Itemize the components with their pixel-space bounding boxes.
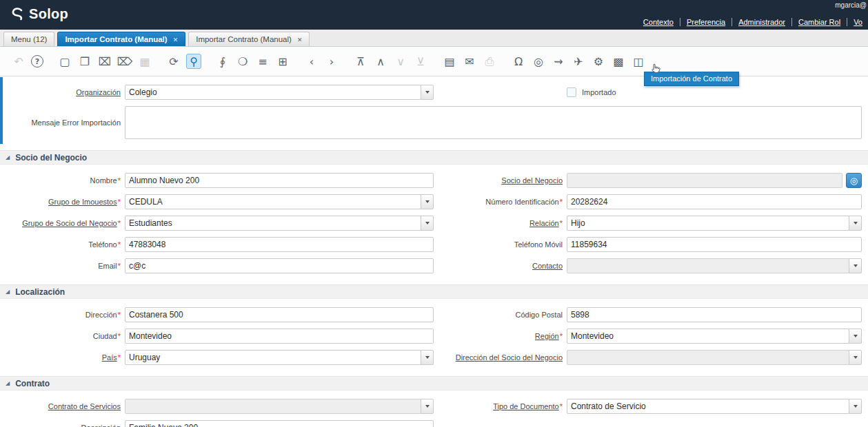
refresh-icon[interactable]: ⟳ <box>166 54 181 69</box>
importado-checkbox[interactable] <box>567 87 576 97</box>
pais-input[interactable] <box>125 350 421 365</box>
contacto-label[interactable]: Contacto <box>532 262 563 270</box>
ciudad-input[interactable] <box>125 329 434 344</box>
help-icon[interactable]: ? <box>31 55 43 67</box>
window-customization-icon[interactable]: ⚙ <box>591 54 606 69</box>
new-record-icon[interactable]: ▢ <box>57 54 72 69</box>
tipo-documento-input[interactable] <box>567 399 849 414</box>
numero-identificacion-input[interactable] <box>567 194 862 209</box>
relacion-label[interactable]: Relación* <box>529 219 563 227</box>
header-link[interactable]: Administrador <box>732 18 792 26</box>
report-icon[interactable]: ▤ <box>442 54 457 69</box>
grupo-impuestos-label[interactable]: Grupo de Imouestos* <box>48 198 121 206</box>
email-input[interactable] <box>125 258 434 273</box>
socio-advanced-button[interactable] <box>846 173 862 188</box>
direccion-socio-input[interactable] <box>567 350 849 365</box>
dropdown-button[interactable] <box>849 329 862 344</box>
private-lock-icon[interactable]: Ω <box>511 54 526 69</box>
direccion-input[interactable] <box>125 307 434 322</box>
dropdown-button[interactable] <box>421 350 434 365</box>
contacto-field <box>567 258 862 273</box>
chat-icon[interactable]: ❍ <box>235 54 250 69</box>
section-contrato[interactable]: Contrato <box>0 376 868 390</box>
detail-record-icon[interactable]: › <box>324 54 339 69</box>
delete-record-icon[interactable]: ⌧ <box>97 54 112 69</box>
dropdown-button[interactable] <box>849 350 862 365</box>
grupo-impuestos-input[interactable] <box>125 194 421 209</box>
zoom-across-icon[interactable]: ◎ <box>531 54 546 69</box>
row-gruposocio-relacion: Grupo de Socio del Negocio* Relación* <box>0 216 868 231</box>
parent-record-icon[interactable]: ‹ <box>304 54 319 69</box>
dropdown-button[interactable] <box>421 85 434 100</box>
header-link[interactable]: Cambiar Rol <box>792 18 847 26</box>
mouse-cursor-icon <box>650 63 661 76</box>
collapse-triangle-icon[interactable] <box>6 289 10 295</box>
delete-selection-icon[interactable]: ⌦ <box>117 54 132 69</box>
codigo-postal-input[interactable] <box>567 307 862 322</box>
organizacion-label[interactable]: Organización <box>76 88 121 96</box>
grupo-socio-label[interactable]: Grupo de Socio del Negocio* <box>22 219 121 227</box>
tab-importar-contrato-active[interactable]: Importar Contrato (Manual) <box>57 32 185 46</box>
direccion-socio-label[interactable]: Dirección del Socio del Negocio <box>456 353 563 362</box>
previous-record-icon[interactable]: ∧ <box>373 54 388 69</box>
save-icon: ▦ <box>137 54 152 69</box>
collapse-triangle-icon[interactable] <box>6 380 10 386</box>
telefono-input[interactable] <box>125 237 434 252</box>
region-input[interactable] <box>567 329 849 344</box>
relacion-input[interactable] <box>567 216 849 231</box>
tipo-documento-label[interactable]: Tipo de Documento* <box>493 402 563 410</box>
check-requests-icon[interactable]: ✈ <box>571 54 586 69</box>
grupo-socio-input[interactable] <box>125 216 421 231</box>
descripcion-label: Descripción <box>81 424 121 427</box>
descripcion-input[interactable] <box>125 420 434 427</box>
collapse-triangle-icon[interactable] <box>6 154 10 160</box>
section-localizacion[interactable]: Localización <box>0 284 868 299</box>
process-importacion-icon[interactable]: ▩ <box>611 54 626 69</box>
print-icon: ⎙ <box>482 54 497 69</box>
telefono-movil-input[interactable] <box>567 237 862 252</box>
row-nombre-socio: Nombre* Socio del Negocio <box>0 173 868 188</box>
contrato-servicios-label[interactable]: Contrato de Servicios <box>48 402 121 410</box>
first-record-icon[interactable]: ⊼ <box>353 54 368 69</box>
dropdown-button[interactable] <box>421 216 434 231</box>
header-link[interactable]: Vo <box>847 18 868 26</box>
organizacion-input[interactable] <box>125 85 421 100</box>
header-link[interactable]: Preferencia <box>680 18 732 26</box>
dropdown-button[interactable] <box>849 399 862 414</box>
tab-menu[interactable]: Menu (12) <box>3 32 54 46</box>
quick-form-icon[interactable]: ◫ <box>631 54 646 69</box>
chevron-down-icon <box>854 356 858 359</box>
socio-del-negocio-label[interactable]: Socio del Negocio <box>501 176 563 185</box>
nombre-input[interactable] <box>125 173 434 188</box>
toolbar-icons: ↶?▢❐⌧⌦▦⟳⚲∮❍≡⊞‹›⊼∧∨⊻▤✉⎙Ω◎⇝✈⚙▩◫ <box>11 54 646 69</box>
close-icon[interactable] <box>297 35 303 43</box>
contacto-input[interactable] <box>567 258 849 273</box>
pais-label[interactable]: País* <box>102 353 121 362</box>
find-icon[interactable]: ⚲ <box>186 54 201 69</box>
socio-del-negocio-input[interactable] <box>567 173 842 188</box>
dropdown-button[interactable] <box>849 216 862 231</box>
copy-record-icon[interactable]: ❐ <box>77 54 92 69</box>
chevron-down-icon <box>854 222 858 225</box>
close-icon[interactable] <box>173 35 179 43</box>
app-header: Solop mgarcia@ ContextoPreferenciaAdmini… <box>0 0 868 30</box>
codigo-postal-field <box>567 307 862 322</box>
tab-importar-contrato-2[interactable]: Importar Contrato (Manual) <box>188 32 310 46</box>
mensaje-error-textarea[interactable] <box>125 106 862 139</box>
header-link[interactable]: Contexto <box>637 18 680 26</box>
chevron-down-icon <box>425 91 430 94</box>
archive-icon[interactable]: ✉ <box>462 54 477 69</box>
contrato-servicios-input[interactable] <box>125 399 421 414</box>
dropdown-button[interactable] <box>421 399 434 414</box>
dropdown-button[interactable] <box>421 194 434 209</box>
section-socio-del-negocio[interactable]: Socio del Negocio <box>0 150 868 165</box>
region-label[interactable]: Región* <box>535 332 563 340</box>
chevron-down-icon <box>425 405 430 408</box>
grid-toggle-icon[interactable]: ⊞ <box>275 54 290 69</box>
direccion-field <box>125 307 434 322</box>
active-workflows-icon[interactable]: ⇝ <box>551 54 566 69</box>
dropdown-button[interactable] <box>849 258 862 273</box>
chevron-down-icon <box>854 264 858 267</box>
attachment-icon[interactable]: ∮ <box>215 54 230 69</box>
record-info-icon[interactable]: ≡ <box>255 54 270 69</box>
